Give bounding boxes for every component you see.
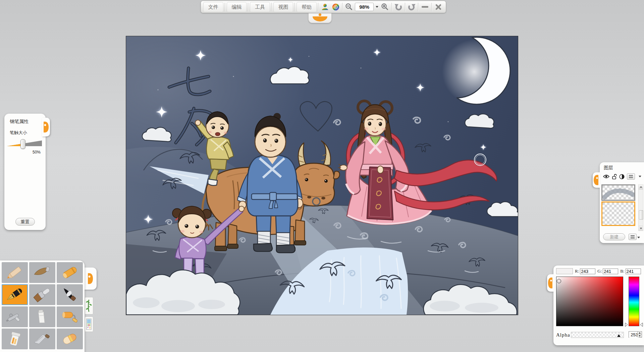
layer-menu-caret[interactable] [639,176,641,177]
toolbar-separator [225,3,225,11]
pen-properties-panel: 钢笔属性 笔触大小 50% 重置 [4,114,46,230]
layers-panel-handle[interactable] [593,172,600,188]
brush-size-label: 笔触大小 [10,130,46,136]
alpha-spinner [629,331,642,338]
toolbar-separator [294,3,295,11]
eye-icon[interactable] [603,174,609,179]
b-input[interactable] [626,269,641,274]
pen-panel-title: 钢笔属性 [4,114,46,125]
alpha-slider[interactable] [571,332,624,338]
drawing-canvas[interactable] [126,36,518,315]
brush-cursor [474,154,486,166]
menu-file[interactable]: 文件 [203,2,223,12]
scroll-down-icon[interactable] [639,226,643,231]
panel-handle-icon [548,276,553,290]
zoom-level-value[interactable]: 98% [355,3,374,11]
hue-marker-left[interactable] [625,322,628,327]
logo-dot-icon [319,13,321,16]
brush-size-value: 50% [4,150,41,155]
toolbar-separator [391,3,392,11]
layer-menu-button[interactable] [627,173,635,180]
new-layer-button[interactable]: 新建 [603,233,625,240]
reset-button[interactable]: 重置 [15,218,35,226]
zoom-in-icon[interactable] [380,2,390,12]
tool-paint-roller[interactable] [57,306,83,327]
layer-item-sketch[interactable] [601,184,635,201]
alpha-decrement-icon[interactable] [637,335,642,337]
alpha-marker[interactable] [617,334,621,337]
tool-airbrush[interactable] [2,306,28,327]
current-color-swatch [556,268,573,274]
rainbow-user-icon[interactable] [320,2,330,12]
g-input[interactable] [603,269,618,274]
toolbar-separator [248,3,249,11]
picture-icon [86,318,92,330]
b-label: B: [620,269,624,274]
rainbow-globe-icon[interactable] [330,2,341,12]
layers-options-caret[interactable] [637,237,640,238]
bamboo-icon [86,299,92,313]
r-input[interactable] [580,269,595,274]
layer-list [601,184,635,231]
menu-edit[interactable]: 编辑 [227,2,247,12]
scrollbar-thumb[interactable] [639,210,643,220]
bamboo-stamp-button[interactable] [85,297,93,314]
application-window: 文件 编辑 工具 视图 帮助 98% [0,0,644,352]
zoom-dropdown-caret[interactable] [376,6,378,8]
toolbar-separator [431,3,432,11]
undo-icon[interactable] [393,2,404,12]
toolbar-separator [271,3,272,11]
menu-tools[interactable]: 工具 [250,2,270,12]
canvas-artwork [126,36,518,315]
hue-marker-right[interactable] [640,322,643,327]
brush-size-slider-handle[interactable] [20,139,25,149]
tool-flat-brush[interactable] [29,284,55,305]
zoom-out-icon[interactable] [344,2,355,12]
panel-handle-icon [593,173,599,187]
app-logo-handle[interactable] [308,13,332,23]
tool-palette-knife[interactable] [29,329,55,349]
layers-scrollbar[interactable] [638,184,643,231]
layers-options-button[interactable] [629,234,637,240]
unlock-icon[interactable] [612,174,617,179]
panel-handle-icon [87,271,94,287]
brush-size-slider[interactable] [7,139,43,149]
layer-item-selected[interactable] [601,201,635,226]
saturation-value-picker[interactable] [556,277,623,326]
tool-grid [2,262,85,349]
picture-stamp-button[interactable] [85,316,93,332]
sv-cursor[interactable] [557,279,561,283]
tool-wood-pen[interactable] [29,262,55,283]
contrast-icon[interactable] [619,174,625,179]
pen-panel-handle[interactable] [42,118,50,136]
tool-crayon[interactable] [57,262,83,283]
tool-palette-panel [0,260,85,352]
toolbar-separator [405,3,406,11]
redo-icon[interactable] [407,2,417,12]
layers-panel: 图层 [600,162,644,243]
alpha-label: Alpha [556,332,570,338]
close-icon[interactable] [433,2,444,12]
minimize-icon[interactable] [420,2,430,12]
menu-help[interactable]: 帮助 [297,2,317,12]
tool-ink-brush[interactable] [57,284,83,305]
toolbar-separator [318,3,319,11]
color-panel-handle[interactable] [547,274,554,292]
color-picker-panel: R: G: B: Alpha [553,266,644,345]
tool-eraser[interactable] [57,329,83,349]
toolbar-separator [418,3,419,11]
tool-paint-bottle[interactable] [29,306,55,327]
hue-slider[interactable] [629,277,639,326]
tool-pencil[interactable] [2,262,28,283]
tool-palette-handle[interactable] [84,268,97,290]
tool-fountain-pen[interactable] [2,284,28,305]
alpha-increment-icon[interactable] [637,332,642,335]
scroll-up-icon[interactable] [639,185,643,189]
r-label: R: [575,269,579,274]
layers-panel-title: 图层 [600,162,644,171]
menu-view[interactable]: 视图 [273,2,293,12]
logo-smile-icon [313,16,327,21]
tool-paint-jar[interactable] [2,329,28,349]
toolbar-separator [342,3,343,11]
main-toolbar: 文件 编辑 工具 视图 帮助 98% [201,1,446,13]
